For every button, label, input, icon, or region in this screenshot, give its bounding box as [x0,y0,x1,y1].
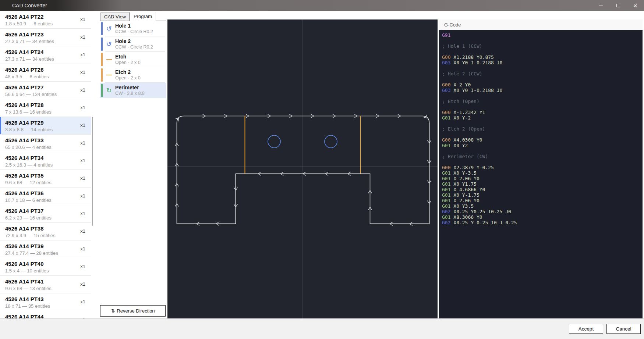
operation-item[interactable]: ↺Hole 2CCW · Circle R0.2 [100,36,166,52]
part-details: 1.5 x 4 — 10 entities [5,268,87,274]
part-item[interactable]: 4526 A14 PT359.6 x 68 — 12 entitiesx1 [0,170,91,188]
ccw-arrow-icon: ↺ [105,40,113,48]
gcode-line: G01 X0 Y-3.5 [442,170,643,176]
part-details: 2.5 x 16.3 — 4 entities [5,162,87,168]
part-item[interactable]: 4526 A14 PT401.5 x 4 — 10 entitiesx1 [0,258,91,276]
cad-canvas[interactable] [167,19,438,318]
gcode-line: ; Perimeter (CW) [442,154,643,159]
minimize-button[interactable] [592,0,609,11]
part-name: 4526 A14 PT26 [5,66,87,73]
gcode-line: G00 X4.0308 Y0 [442,137,643,143]
gcode-line [442,159,643,165]
part-details: 18 x 71 — 35 entities [5,303,87,309]
part-item[interactable]: 4526 A14 PT221.8 x 50.9 — 6 entitiesx1 [0,11,91,29]
part-item[interactable]: 4526 A14 PT376.2 x 23 — 16 entitiesx1 [0,205,91,223]
gcode-line: G01 X-2.06 Y0 [442,198,643,203]
part-item[interactable]: 4526 A14 PT419.6 x 68 — 13 entitiesx1 [0,276,91,293]
gcode-line: ; Etch 2 (Open) [442,126,643,132]
gcode-line [442,148,643,154]
gcode-line: G91 [442,32,643,38]
gcode-text[interactable]: G91 ; Hole 1 (CCW) G00 X1.2188 Y0.875G03… [439,30,643,318]
part-details: 9.6 x 68 — 12 entities [5,179,87,186]
reverse-direction-button[interactable]: ⇅ Reverse Direction [100,305,166,317]
gcode-line: G01 X0 Y-1.75 [442,192,643,198]
etch-line-icon [105,56,113,64]
part-quantity: x1 [80,175,85,181]
part-name: 4526 A14 PT44 [5,313,87,318]
gcode-line: G01 X-2.06 Y0 [442,176,643,181]
part-details: 10.7 x 18 — 6 entities [5,197,87,203]
gcode-line: G00 X2.3879 Y-0.25 [442,165,643,170]
part-quantity: x1 [80,264,85,269]
part-item[interactable]: 4526 A14 PT2427.3 x 71 — 34 entitiesx1 [0,46,91,64]
part-details: 7 x 13.6 — 16 entities [5,109,87,115]
tab-strip: CAD ViewProgram [100,12,166,21]
minimize-icon [599,6,603,6]
operation-name: Etch [115,54,141,60]
operation-details: Open · 2 x 0 [115,75,141,81]
operation-accent-bar [101,22,103,35]
operation-item[interactable]: Etch 2Open · 2 x 0 [100,67,166,83]
part-details: 65 x 20.6 — 4 entities [5,144,87,150]
titlebar[interactable]: CAD Converter × [0,0,644,11]
gcode-line: G01 X0 Y3.5 [442,203,643,209]
operation-item[interactable]: ↻PerimeterCW · 3.8 x 8.8 [100,83,166,98]
hole-circle [325,135,337,148]
ccw-arrow-icon: ↺ [105,25,113,33]
operation-accent-bar [101,53,103,66]
cad-canvas-svg [167,19,438,318]
part-quantity: x1 [80,193,85,199]
gcode-line: ; Hole 1 (CCW) [442,43,643,49]
gcode-line: ; Etch (Open) [442,99,643,104]
part-details: 48 x 3.5 — 6 entities [5,74,87,80]
gcode-line [442,121,643,126]
tab-cad-view[interactable]: CAD View [100,13,130,21]
part-quantity: x1 [80,228,85,234]
footer-bar: Accept Cancel [0,318,644,339]
part-item[interactable]: 4526 A14 PT2648 x 3.5 — 6 entitiesx1 [0,64,91,82]
gcode-line: G02 X0.25 Y0.25 I0.25 J0 [442,209,643,214]
gcode-line [442,76,643,82]
part-item[interactable]: 4526 A14 PT2327.3 x 71 — 34 entitiesx1 [0,29,91,46]
part-details: 1.8 x 50.9 — 6 entities [5,21,87,27]
part-quantity: x1 [80,281,85,287]
part-item[interactable]: 4526 A14 PT3610.7 x 18 — 6 entitiesx1 [0,188,91,205]
gcode-line: G01 X0 Y-2 [442,115,643,121]
part-item[interactable]: 4526 A14 PT342.5 x 16.3 — 4 entitiesx1 [0,152,91,170]
gcode-line: G00 X1.2188 Y0.875 [442,54,643,60]
part-item[interactable]: 4526 A14 PT3872.9 x 4.9 — 15 entitiesx1 [0,223,91,240]
gcode-line [442,49,643,54]
part-item[interactable]: 4526 A14 PT44x1 [0,311,91,318]
part-name: 4526 A14 PT23 [5,31,87,38]
part-item[interactable]: 4526 A14 PT287 x 13.6 — 16 entitiesx1 [0,99,91,117]
operation-name: Hole 1 [115,23,153,29]
gcode-line [442,132,643,137]
part-item[interactable]: 4526 A14 PT3365 x 20.6 — 4 entitiesx1 [0,135,91,152]
operation-details: Open · 2 x 0 [115,60,141,65]
gcode-line [442,38,643,43]
gcode-title: G-Code [444,22,461,28]
tab-program[interactable]: Program [130,12,156,21]
part-item[interactable]: 4526 A14 PT293.8 x 8.8 — 14 entitiesx1 [0,117,91,135]
parts-list-scrollbar[interactable] [92,117,93,226]
part-details: 72.9 x 4.9 — 15 entities [5,232,87,239]
operation-item[interactable]: EtchOpen · 2 x 0 [100,52,166,67]
part-item[interactable]: 4526 A14 PT4318 x 71 — 35 entitiesx1 [0,293,91,311]
close-button[interactable]: × [627,0,644,11]
part-details: 56.6 x 64 — 134 entities [5,91,87,97]
part-details: 6.2 x 23 — 16 entities [5,215,87,221]
accept-button[interactable]: Accept [569,324,603,334]
part-name: 4526 A14 PT41 [5,278,87,285]
part-details: 27.3 x 71 — 34 entities [5,38,87,44]
cancel-button[interactable]: Cancel [606,324,641,334]
part-name: 4526 A14 PT40 [5,260,87,267]
etch-line-icon [105,71,113,79]
part-item[interactable]: 4526 A14 PT3927.4 x 77.4 — 28 entitiesx1 [0,240,91,258]
operation-item[interactable]: ↺Hole 1CCW · Circle R0.2 [100,21,166,36]
part-item[interactable]: 4526 A14 PT2756.6 x 64 — 134 entitiesx1 [0,82,91,99]
part-name: 4526 A14 PT28 [5,101,87,108]
maximize-button[interactable] [609,0,627,11]
part-name: 4526 A14 PT27 [5,84,87,91]
gcode-line: G01 X0 Y1.75 [442,181,643,187]
part-quantity: x1 [80,69,85,75]
